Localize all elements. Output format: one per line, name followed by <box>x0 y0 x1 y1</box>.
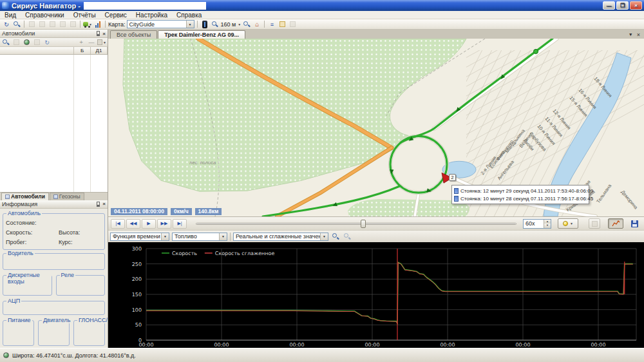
adc-label: АЦП <box>6 298 21 304</box>
vehicle-list[interactable] <box>0 55 108 192</box>
vehicle-groupbox: Автомобиль Состояние: Скорость: Высота: … <box>3 213 105 250</box>
stop-report-icon <box>454 196 459 202</box>
tab-vehicles[interactable]: Автомобили <box>1 193 49 200</box>
search-icon[interactable] <box>12 20 21 28</box>
playback-bar: |◀ ◀◀ ▶ ▶▶ ▶| 60x ▲▼ ▼ <box>108 216 644 230</box>
parameter-select[interactable]: Топливо ▼ <box>172 233 227 241</box>
scale-icon[interactable] <box>200 20 209 28</box>
globe-icon[interactable] <box>22 38 31 46</box>
function-select-value: Функция времени <box>111 233 161 240</box>
chart-bars-icon[interactable] <box>93 20 102 28</box>
fast-forward-button[interactable]: ▶▶ <box>157 219 171 229</box>
skip-end-button[interactable]: ▶| <box>173 219 187 229</box>
menu-spravochniki[interactable]: Справочники <box>21 12 69 19</box>
notes-icon[interactable] <box>278 20 287 28</box>
playback-speed-spinner[interactable]: 60x ▲▼ <box>523 219 551 229</box>
slider-groove[interactable] <box>196 223 516 225</box>
vehicles-tab-icon <box>5 195 10 199</box>
info-panel-title: Информация <box>2 201 37 207</box>
toolbar-separator <box>197 21 198 28</box>
speed-chart-canvas: 05010015020025030000:0000:0000:0000:0000… <box>108 242 644 348</box>
minimize-button[interactable]: — <box>603 1 615 10</box>
toolbar-separator <box>264 21 265 28</box>
vehicles-panel-title: Автомобили <box>2 30 35 37</box>
values-mode-select[interactable]: Реальные и сглаженные значени ▼ <box>233 233 328 241</box>
driver-groupbox-label: Водитель <box>6 250 35 256</box>
menu-servis[interactable]: Сервис <box>100 12 131 19</box>
add-icon: ＋ <box>77 38 86 46</box>
function-select[interactable]: Функция времени ▼ <box>110 233 169 241</box>
close-panel-icon[interactable]: × <box>102 31 106 37</box>
close-panel-icon[interactable]: × <box>102 201 106 207</box>
tab-track[interactable]: Трек Daimler-Benz AG 09... <box>158 30 245 39</box>
list-icon[interactable]: ≡ <box>267 20 276 28</box>
column-b[interactable]: Б <box>74 47 91 54</box>
view-menu-icon[interactable]: ▼ <box>97 38 106 46</box>
menu-otchety[interactable]: Отчёты <box>69 12 100 19</box>
svg-text:00:00: 00:00 <box>289 342 304 348</box>
map-tabstrip: Все объекты Трек Daimler-Benz AG 09... ▼… <box>108 30 644 39</box>
column-d1[interactable]: Д1 <box>91 47 108 54</box>
refresh-list-icon[interactable]: ↻ <box>43 38 52 46</box>
skip-start-button[interactable]: |◀ <box>111 219 125 229</box>
track-position-slider[interactable] <box>196 219 516 229</box>
adc-groupbox: АЦП <box>3 301 105 315</box>
vehicles-panel-header: Автомобили × <box>0 30 108 38</box>
spin-down-icon[interactable]: ▼ <box>544 224 551 228</box>
line-chart-icon <box>612 220 620 227</box>
height-label: Высота: <box>59 229 80 236</box>
pin-icon[interactable] <box>97 31 100 36</box>
slider-thumb[interactable] <box>361 220 366 228</box>
svg-text:00:00: 00:00 <box>214 342 229 348</box>
map-select[interactable]: CityGuide ▼ <box>127 20 194 28</box>
filter-icon <box>12 38 21 46</box>
zoom-level-dropdown-icon[interactable]: ▼ <box>238 23 241 26</box>
left-sidebar: Автомобили × ↻ ＋ — ▼ Б Д1 <box>0 30 108 348</box>
stop-tooltip-line: Стоянка: 10 минут 28 секунд 07.11.2011 7… <box>460 196 593 202</box>
chevron-down-icon[interactable]: ▼ <box>320 233 328 240</box>
svg-text:00:00: 00:00 <box>440 342 455 348</box>
menu-vid[interactable]: Вид <box>0 12 21 19</box>
show-chart-button[interactable] <box>608 218 623 229</box>
zoom-out-icon[interactable] <box>242 20 251 28</box>
search-vehicle-icon[interactable] <box>1 38 10 46</box>
svg-text:250: 250 <box>132 262 142 267</box>
play-button[interactable]: ▶ <box>142 219 156 229</box>
pin-icon[interactable] <box>97 202 100 207</box>
tab-scroll-icon[interactable]: ▼ <box>629 32 633 37</box>
menu-nastroika[interactable]: Настройка <box>131 12 172 19</box>
stop-count-badge[interactable]: 2 <box>449 174 456 181</box>
chart-zoom-in-icon[interactable] <box>331 233 340 241</box>
restore-button[interactable]: ❐ <box>616 1 629 10</box>
tab-close-icon[interactable]: × <box>637 32 640 38</box>
chevron-down-icon[interactable]: ▼ <box>186 21 194 28</box>
track-node[interactable] <box>534 49 538 53</box>
title-redacted-text <box>84 2 206 10</box>
engine-groupbox: Двигатель <box>38 320 70 346</box>
home-icon[interactable]: ⌂ <box>252 20 261 28</box>
chevron-down-icon[interactable]: ▼ <box>570 222 573 225</box>
close-button[interactable]: × <box>630 1 642 10</box>
svg-text:Скорость сглаженное: Скорость сглаженное <box>215 251 275 256</box>
map-canvas[interactable]: 18-я Линия16-я Линия15-я Линия12-я Линия… <box>108 39 644 216</box>
rewind-button[interactable]: ◀◀ <box>126 219 140 229</box>
stop-tooltip: Стоянка: 12 минут 29 секунд 04.11.2011 7… <box>451 185 589 204</box>
vehicles-panel-toolbar: ↻ ＋ — ▼ <box>0 38 108 47</box>
tips-button[interactable]: ▼ <box>558 218 578 229</box>
chevron-down-icon[interactable]: ▼ <box>219 233 227 240</box>
mileage-label: Пробег: <box>6 239 59 245</box>
tab-all-objects[interactable]: Все объекты <box>110 30 157 39</box>
discrete-inputs-label: Дискретные входы <box>6 272 52 285</box>
track-distance: 140.8км <box>195 208 222 215</box>
vehicle-filter-icon[interactable]: ▼ <box>83 20 92 28</box>
tab-geozones[interactable]: Геозоны <box>50 193 84 200</box>
chevron-down-icon[interactable]: ▼ <box>161 233 169 240</box>
menu-spravka[interactable]: Справка <box>172 12 206 19</box>
table-icon <box>37 20 46 28</box>
zoom-in-icon[interactable] <box>211 20 220 28</box>
disabled-square-icon <box>288 20 297 28</box>
geozones-tab-icon <box>53 195 58 199</box>
speed-label: Скорость: <box>6 229 59 236</box>
refresh-icon[interactable]: ↻ <box>2 20 11 28</box>
save-button[interactable] <box>629 218 640 229</box>
